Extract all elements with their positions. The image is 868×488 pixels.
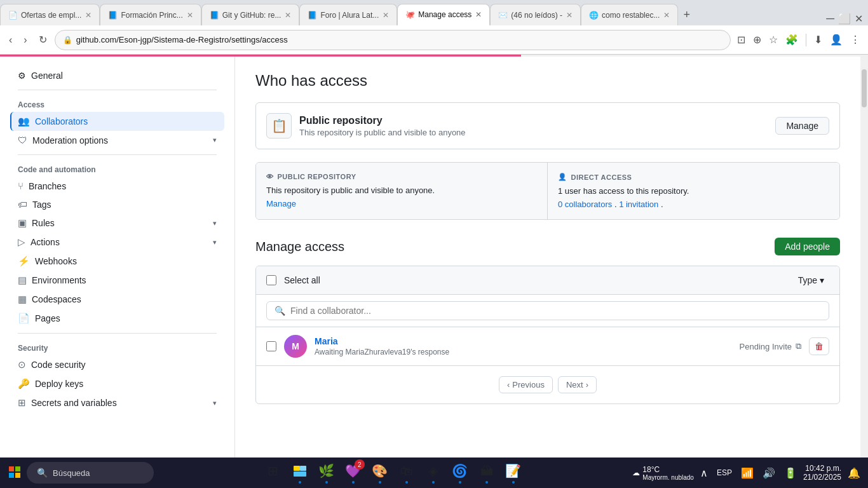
- screen-cast-icon[interactable]: ⊡: [735, 31, 748, 48]
- scrollbar-thumb[interactable]: [862, 69, 867, 107]
- search-icon: 🔍: [275, 306, 285, 316]
- previous-button[interactable]: ‹ Previous: [499, 376, 553, 393]
- manage-access-link[interactable]: Manage: [266, 199, 537, 208]
- sidebar-item-moderation[interactable]: 🛡 Moderation options ▾: [10, 131, 224, 149]
- download-icon[interactable]: ⬇: [811, 31, 825, 48]
- translate-icon[interactable]: ⊕: [750, 31, 764, 48]
- word-icon: 📝: [505, 462, 522, 480]
- language-indicator[interactable]: ESP: [714, 466, 735, 480]
- sidebar-codespaces-label: Codespaces: [32, 294, 81, 304]
- sidebar-code-section: Code and automation: [10, 160, 224, 177]
- sidebar-item-actions[interactable]: ▷ Actions ▾: [10, 233, 224, 252]
- tab-6-close[interactable]: ✕: [566, 11, 573, 20]
- select-all-checkbox[interactable]: [266, 275, 276, 285]
- notification-icon[interactable]: 🔔: [845, 464, 863, 482]
- key-icon: 🔑: [18, 378, 30, 390]
- weather-widget[interactable]: ☁ 18°C Mayrorm. nublado: [632, 465, 694, 481]
- copy-icon[interactable]: ⧉: [796, 341, 801, 351]
- tab-5[interactable]: 🐙 Manage access ✕: [397, 4, 490, 25]
- url-bar[interactable]: 🔒 github.com/Eson-jgp/Sistema-de-Registr…: [55, 30, 731, 50]
- volume-icon[interactable]: 🔊: [760, 464, 778, 482]
- taskbar-time[interactable]: 10:42 p.m. 21/02/2025: [803, 464, 841, 482]
- invitation-link[interactable]: 1 invitation: [619, 200, 658, 209]
- restore-button[interactable]: ⬜: [838, 13, 851, 25]
- tab-3-close[interactable]: ✕: [285, 11, 291, 20]
- refresh-button[interactable]: ↻: [35, 31, 51, 48]
- minimize-button[interactable]: ─: [826, 12, 834, 25]
- tab-7[interactable]: 🌐 como restablec... ✕: [581, 4, 678, 25]
- profile-icon[interactable]: 👤: [827, 31, 845, 48]
- sidebar-item-codespaces[interactable]: ▦ Codespaces: [10, 290, 224, 309]
- tag-icon: 🏷: [18, 199, 27, 210]
- pages-icon: 📄: [18, 313, 30, 324]
- taskbar-app-app7[interactable]: ◈: [421, 459, 446, 486]
- sidebar-item-collaborators[interactable]: 👥 Collaborators: [10, 112, 224, 131]
- direct-access-cell: 👤 DIRECT ACCESS 1 user has access to thi…: [548, 163, 839, 219]
- manage-visibility-button[interactable]: Manage: [775, 117, 829, 135]
- teams-badge: 2: [355, 459, 365, 470]
- taskbar-app-app3[interactable]: 🌿: [314, 459, 339, 486]
- type-filter[interactable]: Type ▾: [793, 273, 829, 288]
- sidebar-item-secrets[interactable]: ⊞ Secrets and variables ▾: [10, 393, 224, 412]
- sidebar-item-environments[interactable]: ▤ Environments: [10, 271, 224, 290]
- chevron-right-icon: ›: [586, 380, 588, 390]
- taskbar-app-colorwheel[interactable]: 🎨: [367, 459, 393, 486]
- bookmark-icon[interactable]: ☆: [766, 31, 780, 48]
- tab-2[interactable]: 📘 Formación Princ... ✕: [100, 4, 201, 25]
- sidebar-item-general[interactable]: ⚙ General: [10, 67, 224, 85]
- new-tab-button[interactable]: +: [678, 6, 695, 24]
- tab-4[interactable]: 📘 Foro | Alura Lat... ✕: [299, 4, 397, 25]
- close-button[interactable]: ✕: [855, 13, 863, 25]
- teams-icon: 💜 2: [344, 462, 362, 480]
- tab-4-favicon: 📘: [308, 11, 316, 20]
- date: 21/02/2025: [803, 473, 841, 482]
- sidebar-item-tags[interactable]: 🏷 Tags: [10, 195, 224, 214]
- taskbar-search-box[interactable]: 🔍 Búsqueda: [27, 462, 154, 484]
- collaborator-search-input[interactable]: [290, 306, 821, 316]
- sidebar-item-code-security[interactable]: ⊙ Code security: [10, 355, 224, 374]
- webhook-icon: ⚡: [18, 255, 30, 267]
- taskbar-app-edge[interactable]: 🌀: [447, 459, 473, 486]
- taskbar-app-taskview[interactable]: ⊞: [261, 459, 286, 486]
- page-title: Who has access: [255, 72, 840, 90]
- sidebar-item-rules[interactable]: ▣ Rules ▾: [10, 214, 224, 233]
- sidebar-item-deploy-keys[interactable]: 🔑 Deploy keys: [10, 374, 224, 393]
- person-icon: 👤: [558, 173, 567, 181]
- add-people-button[interactable]: Add people: [775, 238, 840, 255]
- forward-button[interactable]: ›: [20, 32, 31, 48]
- collaborator-actions: 🗑: [809, 337, 829, 355]
- start-button[interactable]: [5, 463, 24, 484]
- collaborator-name[interactable]: Maria: [315, 336, 338, 346]
- tab-1[interactable]: 📄 Ofertas de empl... ✕: [0, 4, 100, 25]
- taskbar-app-word[interactable]: 📝: [501, 459, 526, 486]
- tab-3[interactable]: 📘 Git y GitHub: re... ✕: [201, 4, 300, 25]
- back-button[interactable]: ‹: [5, 32, 16, 48]
- next-button[interactable]: Next ›: [558, 376, 597, 393]
- tab-1-close[interactable]: ✕: [85, 11, 92, 20]
- collaborators-link[interactable]: 0 collaborators: [558, 200, 612, 209]
- taskbar-app-store[interactable]: 🛍: [394, 459, 419, 486]
- tab-7-close[interactable]: ✕: [663, 11, 670, 20]
- sidebar-rules-label: Rules: [32, 218, 55, 228]
- tab-6-title: (46 no leídos) -: [511, 11, 562, 20]
- sidebar-security-section: Security: [10, 339, 224, 355]
- remove-collaborator-button[interactable]: 🗑: [809, 337, 829, 355]
- extension-icon[interactable]: 🧩: [783, 31, 801, 48]
- taskbar-app-explorer[interactable]: [287, 459, 313, 486]
- battery-icon[interactable]: 🔋: [782, 464, 799, 482]
- menu-icon[interactable]: ⋮: [848, 31, 863, 48]
- wifi-icon[interactable]: 📶: [738, 464, 756, 482]
- tab-5-close[interactable]: ✕: [475, 10, 482, 19]
- taskbar-app-photos[interactable]: 🏔: [474, 459, 499, 486]
- tab-4-close[interactable]: ✕: [383, 11, 389, 20]
- chevron-up-icon[interactable]: ∧: [698, 464, 710, 482]
- scrollbar[interactable]: [860, 57, 868, 458]
- sidebar-item-branches[interactable]: ⑂ Branches: [10, 177, 224, 195]
- tab-2-close[interactable]: ✕: [187, 11, 193, 20]
- sidebar-item-pages[interactable]: 📄 Pages: [10, 309, 224, 328]
- collaborator-checkbox[interactable]: [266, 341, 276, 351]
- sidebar-item-webhooks[interactable]: ⚡ Webhooks: [10, 252, 224, 271]
- tab-6[interactable]: ✉️ (46 no leídos) - ✕: [490, 4, 581, 25]
- taskbar-app-teams[interactable]: 💜 2: [341, 459, 366, 486]
- collaborator-row: M Maria Awaiting MariaZhuravleva19's res…: [256, 327, 839, 365]
